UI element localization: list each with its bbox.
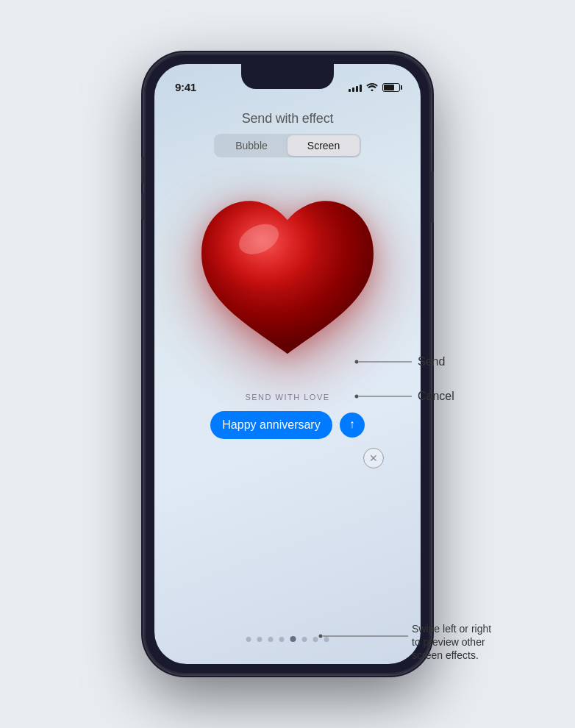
dot-1 (246, 637, 251, 642)
effect-tab-bar: Bubble Screen (214, 134, 361, 157)
dot-4 (279, 637, 285, 642)
power-button[interactable] (431, 171, 434, 223)
dot-3 (268, 637, 274, 642)
dot-6 (302, 637, 307, 642)
signal-bar-4 (360, 85, 362, 92)
dot-5-active (290, 636, 296, 642)
signal-bar-2 (352, 88, 354, 92)
content-area: Send with effect Bubble Screen (154, 99, 421, 664)
heart-svg-icon (192, 183, 383, 367)
cancel-button[interactable]: ✕ (363, 448, 384, 468)
status-time: 9:41 (175, 81, 196, 93)
send-arrow-icon: ↑ (349, 418, 355, 430)
send-effect-title: Send with effect (242, 111, 334, 126)
preview-area: SEND WITH LOVE Happy anniversary ↑ ✕ (154, 157, 421, 664)
dot-8 (324, 637, 329, 642)
signal-bars-icon (349, 83, 362, 92)
volume-down-button[interactable] (141, 193, 144, 220)
send-with-love-label: SEND WITH LOVE (245, 393, 329, 402)
battery-icon (382, 83, 400, 92)
page-container: 9:41 (0, 0, 575, 728)
iphone-screen: 9:41 (154, 64, 421, 664)
cancel-x-icon: ✕ (369, 453, 378, 463)
dot-7 (313, 637, 318, 642)
send-button[interactable]: ↑ (340, 413, 365, 438)
heart-shape (192, 183, 383, 367)
signal-bar-3 (356, 86, 358, 92)
notch (241, 64, 334, 89)
dot-2 (257, 637, 262, 642)
iphone-frame: 9:41 (144, 54, 431, 674)
signal-bar-1 (349, 89, 351, 92)
status-icons (349, 82, 400, 93)
volume-up-button[interactable] (141, 157, 144, 183)
message-bubble: Happy anniversary (210, 411, 332, 439)
battery-fill (384, 85, 394, 90)
heart-animation-container (154, 157, 421, 393)
screen-tab[interactable]: Screen (288, 135, 360, 156)
bubble-tab[interactable]: Bubble (215, 135, 288, 156)
message-area: Happy anniversary ↑ (154, 411, 421, 439)
page-dots (246, 636, 329, 642)
wifi-icon (366, 82, 378, 93)
